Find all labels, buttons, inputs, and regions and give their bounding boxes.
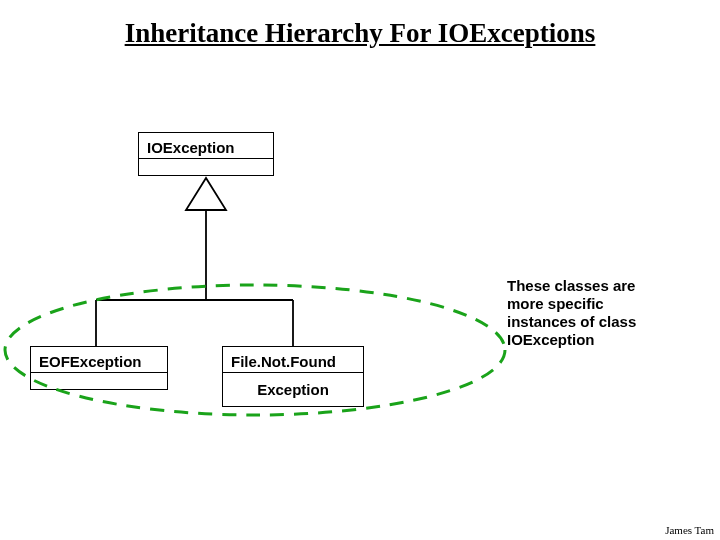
annotation-line: more specific (507, 295, 604, 312)
annotation-line: instances of class (507, 313, 636, 330)
node-filenotfoundexception-label-2: Exception (223, 373, 363, 406)
annotation-text: These classes are more specific instance… (507, 277, 687, 349)
generalization-arrowhead-icon (186, 178, 226, 210)
node-filenotfoundexception-label-1: File.Not.Found (223, 347, 363, 372)
diagram-overlay (0, 0, 720, 540)
annotation-line: These classes are (507, 277, 635, 294)
node-ioexception: IOException (138, 132, 274, 176)
node-filenotfoundexception: File.Not.Found Exception (222, 346, 364, 407)
node-eofexception: EOFException (30, 346, 168, 390)
footer-author: James Tam (665, 524, 714, 536)
page-title: Inheritance Hierarchy For IOExceptions (0, 18, 720, 49)
node-eofexception-label: EOFException (31, 347, 167, 372)
box-body (139, 159, 273, 175)
annotation-line: IOException (507, 331, 595, 348)
node-ioexception-label: IOException (139, 133, 273, 158)
box-body (31, 373, 167, 389)
